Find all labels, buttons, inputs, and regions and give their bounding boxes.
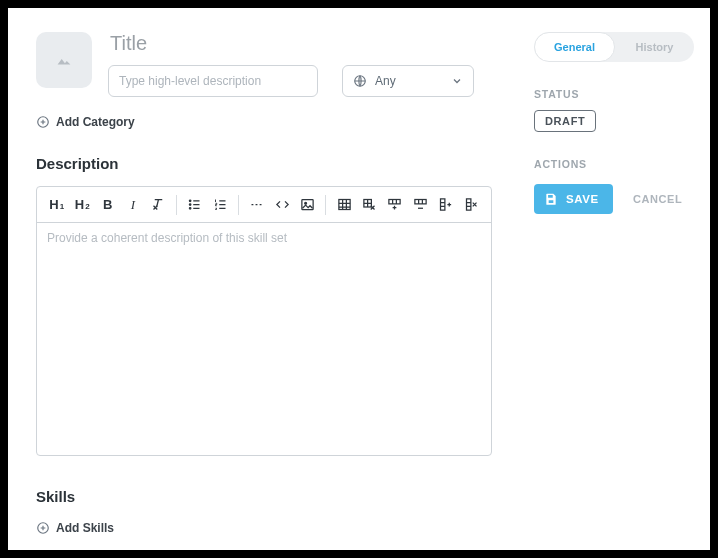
save-button[interactable]: SAVE [534,184,613,214]
image-button[interactable] [296,193,319,217]
svg-point-3 [190,204,192,206]
skills-heading: Skills [36,488,492,505]
table-icon [337,197,352,212]
header-fields: Title Any [108,32,492,97]
main-column: Title Any [8,8,520,550]
svg-rect-10 [415,200,426,204]
status-label: STATUS [534,88,686,100]
code-button[interactable] [270,193,293,217]
plus-circle-icon [36,115,50,129]
save-button-label: SAVE [566,193,599,205]
type-select-value: Any [375,74,396,88]
svg-rect-7 [338,200,349,210]
hr-icon [249,197,264,212]
svg-point-4 [190,208,192,210]
image-icon [300,197,315,212]
high-level-description-text[interactable] [119,74,307,88]
svg-rect-9 [389,200,400,204]
add-row-button[interactable] [383,193,406,217]
svg-point-2 [190,200,192,202]
add-skills-label: Add Skills [56,521,114,535]
add-column-button[interactable] [434,193,457,217]
side-tabs: General History [534,32,694,62]
header-row-2: Any [108,65,492,97]
editor-body[interactable]: Provide a coherent description of this s… [37,223,491,455]
high-level-description-input[interactable] [108,65,318,97]
delete-column-button[interactable] [460,193,483,217]
plus-circle-icon [36,521,50,535]
toolbar-separator [238,195,239,215]
hr-button[interactable] [245,193,268,217]
type-select-left: Any [353,74,396,88]
tab-general[interactable]: General [534,32,615,62]
editor-toolbar: H1 H2 B I [37,187,491,223]
add-column-icon [438,197,453,212]
table-button[interactable] [332,193,355,217]
svg-point-6 [305,202,307,204]
code-icon [275,197,290,212]
bullet-list-button[interactable] [183,193,206,217]
add-row-icon [387,197,402,212]
add-category-label: Add Category [56,115,135,129]
rich-text-editor: H1 H2 B I [36,186,492,456]
italic-button[interactable]: I [121,193,144,217]
toolbar-separator [176,195,177,215]
tab-history[interactable]: History [615,32,694,62]
chevron-down-icon [451,75,463,87]
side-panel: General History STATUS DRAFT ACTIONS SAV… [520,8,710,550]
delete-table-button[interactable] [358,193,381,217]
svg-rect-12 [466,199,470,210]
clear-format-icon [151,197,166,212]
ordered-list-button[interactable] [209,193,232,217]
h2-button[interactable]: H2 [70,193,93,217]
type-select[interactable]: Any [342,65,474,97]
description-heading: Description [36,155,492,172]
globe-icon [353,74,367,88]
bold-button[interactable]: B [96,193,119,217]
save-icon [544,192,558,206]
delete-row-button[interactable] [409,193,432,217]
clear-format-button[interactable] [147,193,170,217]
delete-row-icon [413,197,428,212]
ordered-list-icon [213,197,228,212]
header-row: Title Any [36,32,492,97]
cancel-button[interactable]: CANCEL [633,193,682,205]
image-placeholder-icon [53,49,75,71]
svg-rect-11 [441,199,445,210]
delete-table-icon [362,197,377,212]
bullet-list-icon [187,197,202,212]
add-category-button[interactable]: Add Category [36,115,492,129]
thumbnail-placeholder[interactable] [36,32,92,88]
add-skills-button[interactable]: Add Skills [36,521,492,535]
actions-row: SAVE CANCEL [534,184,686,214]
h1-button[interactable]: H1 [45,193,68,217]
title-input[interactable]: Title [108,32,492,55]
actions-label: ACTIONS [534,158,686,170]
delete-column-icon [464,197,479,212]
status-chip: DRAFT [534,110,596,132]
page-root: Title Any [8,8,710,550]
toolbar-separator [325,195,326,215]
